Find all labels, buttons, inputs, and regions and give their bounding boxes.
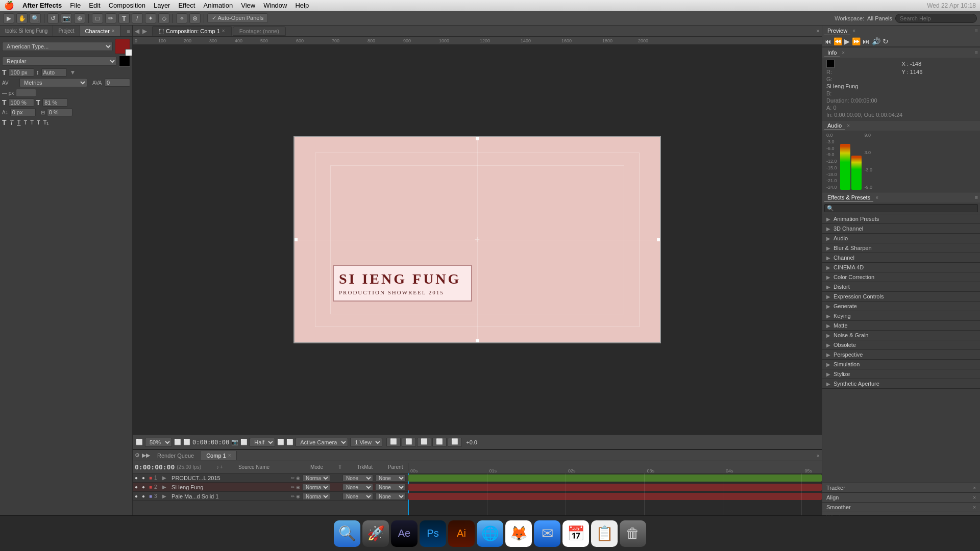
layer1-edit-icon[interactable]: ✏ (291, 475, 295, 481)
comp-tab-close[interactable]: × (222, 28, 225, 34)
dock-calendar[interactable]: 📅 (562, 520, 589, 547)
toolbar-anchor-tool[interactable]: ⊕ (74, 13, 85, 23)
toolbar-text-tool[interactable]: T (118, 13, 130, 23)
menu-edit[interactable]: Edit (89, 2, 100, 9)
preview-collapse-btn[interactable]: ≡ (975, 28, 978, 34)
layer2-edit-icon[interactable]: ✏ (291, 485, 295, 490)
toolbar-eraser-tool[interactable]: ◇ (158, 13, 169, 23)
layer1-mode-select[interactable]: Normal (302, 474, 330, 482)
swap-colors-btn[interactable] (119, 56, 130, 67)
prev-loop-btn[interactable]: ↻ (883, 37, 889, 45)
layer2-color-swatch[interactable]: ■ (149, 484, 152, 490)
top-guide-handle[interactable] (476, 137, 479, 140)
toolbar-pen-tool[interactable]: ✏ (105, 13, 116, 23)
layer3-mode-select[interactable]: Normal (302, 493, 330, 500)
info-collapse-btn[interactable]: ≡ (975, 49, 978, 56)
character-tab[interactable]: Character × (80, 26, 120, 36)
font-size-input[interactable] (9, 68, 34, 77)
align-widget-header[interactable]: Align × (822, 493, 980, 502)
prev-next-frame-btn[interactable]: ⏩ (852, 37, 861, 45)
toolbar-rotation-tool[interactable]: ↺ (47, 13, 59, 23)
layer2-solo-icon[interactable]: ◉ (296, 485, 300, 490)
text-layer-block[interactable]: SI IENG FUNG PRODUCTION SHOWREEL 2015 (333, 265, 472, 302)
show-channel-btn[interactable]: ⬜ (240, 439, 248, 445)
effects-item-noise[interactable]: ▶ Noise & Grain (822, 331, 980, 340)
tl-panel-close[interactable]: × (817, 453, 820, 459)
menu-window[interactable]: Window (263, 2, 287, 9)
stroke-color-swatch[interactable] (125, 49, 132, 56)
tracking-input[interactable] (105, 79, 130, 87)
effects-collapse-btn[interactable]: ≡ (975, 194, 978, 201)
allcaps-btn[interactable]: T₁ (43, 119, 49, 126)
quality-select[interactable]: Half (250, 438, 275, 447)
baseline-input[interactable] (10, 108, 36, 116)
layer3-eye-icon[interactable]: ● (135, 493, 140, 499)
prev-play-btn[interactable]: ▶ (844, 37, 850, 45)
italic-btn[interactable]: T (10, 118, 14, 127)
layer2-eye-icon[interactable]: ● (135, 484, 140, 490)
menu-effect[interactable]: Effect (178, 2, 195, 9)
font-style-select[interactable]: Regular (2, 57, 117, 66)
layer3-trkmat-select[interactable]: None (342, 493, 373, 500)
preview-tab-close[interactable]: × (852, 28, 855, 34)
dock-firefox[interactable]: 🦊 (505, 520, 532, 547)
tl-preview-audio-btn[interactable]: ♪ (216, 464, 219, 470)
layer3-color-swatch[interactable]: ■ (149, 493, 152, 499)
toolbar-zoom-tool[interactable]: 🔍 (30, 13, 41, 23)
layer2-mode-select[interactable]: Normal (302, 484, 330, 491)
effects-item-3d-channel[interactable]: ▶ 3D Channel (822, 224, 980, 234)
effects-item-color[interactable]: ▶ Color Correction (822, 272, 980, 282)
effects-item-animation-presets[interactable]: ▶ Animation Presets (822, 214, 980, 224)
tl-ram-preview-btn[interactable]: ▶▶ (142, 452, 150, 459)
dock-ps[interactable]: Ps (420, 520, 446, 547)
view-btn-5[interactable]: ⬜ (448, 438, 462, 447)
layer1-eye-icon[interactable]: ● (135, 475, 140, 481)
view-select[interactable]: 1 View (350, 438, 382, 447)
layer1-expand-icon[interactable]: ▶ (162, 475, 169, 481)
hscale-input[interactable] (9, 98, 34, 107)
track-bar-2[interactable] (408, 484, 822, 491)
info-tab[interactable]: Info (824, 48, 840, 57)
effects-item-audio[interactable]: ▶ Audio (822, 234, 980, 243)
vscale-input[interactable] (42, 98, 68, 107)
layer3-solo-icon[interactable]: ◉ (296, 494, 300, 499)
toolbar-clone-tool[interactable]: ✦ (145, 13, 156, 23)
toolbar-puppet-tool[interactable]: ⊛ (189, 13, 201, 23)
tl-settings-btn[interactable]: ⚙ (135, 452, 140, 459)
menu-layer[interactable]: Layer (154, 2, 170, 9)
effects-item-matte[interactable]: ▶ Matte (822, 321, 980, 331)
layer1-trkmat-select[interactable]: None (342, 474, 373, 482)
effects-item-obsolete[interactable]: ▶ Obsolete (822, 340, 980, 350)
toolbar-roto-tool[interactable]: ⌖ (176, 13, 187, 23)
layer3-expand-icon[interactable]: ▶ (162, 493, 169, 499)
layer1-color-swatch[interactable]: ■ (149, 475, 152, 481)
view-btn-4[interactable]: ⬜ (432, 438, 447, 447)
apple-menu[interactable]: 🍎 (4, 1, 14, 10)
comp-timeline-close[interactable]: × (228, 453, 231, 458)
effects-item-keying[interactable]: ▶ Keying (822, 311, 980, 321)
comp-tabs-nav[interactable]: ◀ (135, 28, 139, 35)
render-queue-tab[interactable]: Render Queue (152, 451, 199, 460)
preview-tab[interactable]: Preview (824, 27, 850, 35)
toolbar-hand-tool[interactable]: ✋ (16, 13, 28, 23)
toolbar-select-tool[interactable]: ▶ (3, 13, 14, 23)
track-bar-3[interactable] (408, 493, 822, 500)
character-tab-close[interactable]: × (112, 28, 115, 34)
dock-preview-app[interactable]: 📋 (591, 520, 618, 547)
layer1-lock-icon[interactable]: ● (142, 475, 147, 481)
effects-item-channel[interactable]: ▶ Channel (822, 253, 980, 263)
dock-ae[interactable]: Ae (391, 520, 418, 547)
dock-mail[interactable]: ✉ (534, 520, 560, 547)
effects-item-synthetic[interactable]: ▶ Synthetic Aperture (822, 379, 980, 389)
effects-search-input[interactable] (824, 204, 978, 212)
align-widget-close[interactable]: × (973, 495, 976, 500)
subscript-btn[interactable]: T (37, 119, 40, 126)
layer1-parent-select[interactable]: None (375, 474, 406, 482)
smoother-widget-close[interactable]: × (973, 505, 976, 510)
tsume-input[interactable] (47, 108, 72, 116)
dock-launchpad[interactable]: 🚀 (362, 520, 389, 547)
leading-input[interactable] (41, 68, 67, 77)
effects-item-stylize[interactable]: ▶ Stylize (822, 369, 980, 379)
prev-first-frame-btn[interactable]: ⏮ (824, 37, 831, 45)
layer3-edit-icon[interactable]: ✏ (291, 494, 295, 499)
